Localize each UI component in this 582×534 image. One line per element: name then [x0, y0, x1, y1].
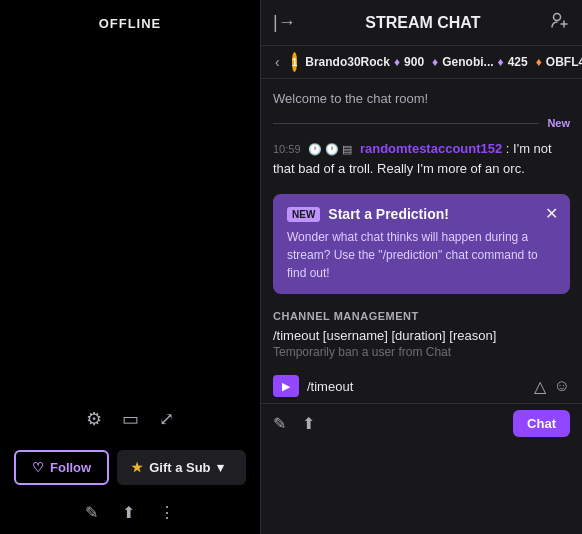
divider-line	[273, 123, 539, 124]
viewer-brando: Brando30Rock ♦ 900	[305, 55, 424, 69]
chat-bottom-icons: ✎ ⬆	[273, 414, 315, 433]
viewer-points: 900	[404, 55, 424, 69]
gem-purple-icon: ♦	[394, 55, 400, 69]
chat-title: STREAM CHAT	[365, 14, 480, 32]
bottom-action-icons-row: ✎ ⬆ ⋮	[0, 495, 260, 534]
new-divider: New	[261, 113, 582, 133]
chat-input[interactable]	[307, 379, 526, 394]
chat-input-area: ▶ △ ☺	[261, 371, 582, 403]
command-hint: /timeout [username] [duration] [reason]	[273, 328, 570, 343]
gem-purple2-icon: ♦	[432, 55, 438, 69]
welcome-text: Welcome to the chat room!	[273, 91, 428, 106]
channel-management: CHANNEL MANAGEMENT /timeout [username] […	[261, 302, 582, 371]
new-badge: New	[547, 117, 570, 129]
prediction-body: Wonder what chat thinks will happen duri…	[287, 228, 556, 282]
chat-bottom-bar: ✎ ⬆ Chat	[261, 403, 582, 443]
viewers-strip: ‹ 1 Brando30Rock ♦ 900 ♦ Genobi... ♦ 425…	[261, 46, 582, 79]
msg-username: randomtestaccount152	[360, 141, 502, 156]
settings-icon[interactable]: ⚙	[86, 408, 102, 430]
viewer-name: Brando30Rock	[305, 55, 390, 69]
chat-send-button[interactable]: Chat	[513, 410, 570, 437]
offline-label: OFFLINE	[0, 0, 260, 31]
viewer-name2: Genobi...	[442, 55, 493, 69]
bottom-icons-row: ⚙ ▭ ⤢	[0, 398, 260, 440]
upload-icon[interactable]: △	[534, 377, 546, 396]
chat-panel: |→ STREAM CHAT ‹ 1 Brando30Rock ♦ 900 ♦ …	[260, 0, 582, 534]
theater-icon[interactable]: ▭	[122, 408, 139, 430]
input-action-icons: △ ☺	[534, 377, 570, 396]
action-buttons-row: ♡ Follow ★ Gift a Sub ▾	[0, 440, 260, 495]
follow-label: Follow	[50, 460, 91, 475]
prediction-close-button[interactable]: ✕	[545, 204, 558, 223]
chat-messages: 10:59 🕐 🕐 ▤ randomtestaccount152 : I'm n…	[261, 135, 582, 186]
gift-sub-button[interactable]: ★ Gift a Sub ▾	[117, 450, 246, 485]
share2-icon[interactable]: ⬆	[302, 414, 315, 433]
chevron-down-icon: ▾	[217, 460, 224, 475]
viewer-points2: 425	[508, 55, 528, 69]
sidebar-icon[interactable]: |→	[273, 12, 296, 33]
pencil-icon[interactable]: ✎	[273, 414, 286, 433]
prediction-title: Start a Prediction!	[328, 206, 449, 222]
share-icon[interactable]: ⬆	[122, 503, 135, 522]
prediction-card: NEW Start a Prediction! ✕ Wonder what ch…	[273, 194, 570, 294]
follow-button[interactable]: ♡ Follow	[14, 450, 109, 485]
left-panel: OFFLINE ⚙ ▭ ⤢ ♡ Follow ★ Gift a Sub ▾ ✎ …	[0, 0, 260, 534]
chat-header: |→ STREAM CHAT	[261, 0, 582, 46]
svg-point-0	[554, 14, 561, 21]
gem-points2-icon: ♦	[498, 55, 504, 69]
command-desc: Temporarily ban a user from Chat	[273, 345, 570, 359]
msg-timestamp: 10:59	[273, 143, 301, 155]
welcome-area: Welcome to the chat room!	[261, 79, 582, 111]
star-icon: ★	[131, 460, 143, 475]
more-icon[interactable]: ⋮	[159, 503, 175, 522]
chevron-left-icon[interactable]: ‹	[271, 54, 284, 70]
rank-badge: 1	[292, 52, 298, 72]
gift-label: Gift a Sub	[149, 460, 210, 475]
viewer-genobi: ♦ Genobi... ♦ 425	[432, 55, 528, 69]
stream-area	[0, 31, 260, 398]
emoji-icon[interactable]: ☺	[554, 377, 570, 396]
edit-icon[interactable]: ✎	[85, 503, 98, 522]
fullscreen-icon[interactable]: ⤢	[159, 408, 174, 430]
msg-icons: 🕐 🕐 ▤	[308, 141, 352, 158]
viewer-obfl4y: ♦ OBFL4Y ♦ 318	[536, 55, 582, 69]
viewer-name3: OBFL4Y	[546, 55, 582, 69]
prediction-new-tag: NEW	[287, 207, 320, 222]
channel-mgmt-label: CHANNEL MANAGEMENT	[273, 310, 570, 322]
user-management-icon[interactable]	[550, 10, 570, 35]
heart-icon: ♡	[32, 460, 44, 475]
chat-message-item: 10:59 🕐 🕐 ▤ randomtestaccount152 : I'm n…	[273, 139, 570, 178]
timeout-icon: ▶	[273, 375, 299, 397]
gem-orange-icon: ♦	[536, 55, 542, 69]
prediction-header: NEW Start a Prediction!	[287, 206, 556, 222]
